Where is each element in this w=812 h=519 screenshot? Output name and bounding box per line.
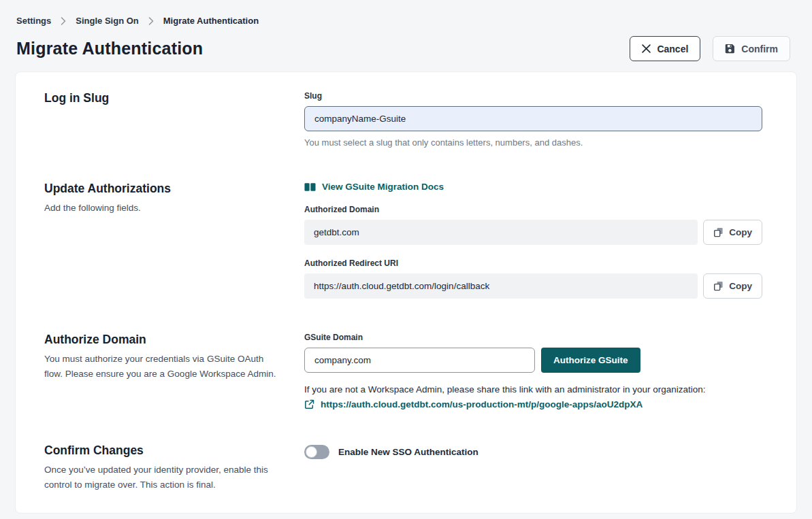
enable-sso-toggle[interactable]	[304, 445, 329, 459]
login-slug-heading: Log in Slug	[44, 91, 284, 105]
confirm-changes-heading: Confirm Changes	[44, 443, 284, 458]
chevron-right-icon	[61, 17, 66, 25]
cancel-button-label: Cancel	[657, 44, 688, 54]
gsuite-migration-docs-link-label: View GSuite Migration Docs	[322, 182, 444, 192]
confirm-button-label: Confirm	[741, 44, 778, 54]
chevron-right-icon	[148, 17, 154, 25]
confirm-button[interactable]: Confirm	[713, 36, 790, 61]
slug-label: Slug	[304, 91, 762, 101]
admin-share-link[interactable]: https://auth.cloud.getdbt.com/us-product…	[321, 399, 643, 409]
workspace-admin-note: If you are not a Workspace Admin, please…	[304, 384, 762, 395]
update-authorizations-description: Add the following fields.	[44, 201, 284, 216]
copy-icon	[713, 227, 724, 237]
breadcrumb-migrate-authentication: Migrate Authentication	[163, 16, 259, 26]
section-confirm-changes: Confirm Changes Once you’ve updated your…	[44, 443, 762, 492]
section-update-authorizations: Update Authorizations Add the following …	[44, 182, 762, 299]
save-icon	[725, 44, 735, 54]
slug-helper-text: You must select a slug that only contain…	[304, 137, 762, 148]
authorize-gsuite-button[interactable]: Authorize GSuite	[541, 348, 640, 373]
page-title: Migrate Authentication	[16, 39, 203, 58]
section-authorize-domain: Authorize Domain You must authorize your…	[44, 333, 762, 409]
gsuite-domain-label: GSuite Domain	[304, 333, 762, 342]
authorized-domain-value: getdbt.com	[304, 220, 698, 245]
copy-button-label: Copy	[729, 227, 752, 237]
copy-redirect-uri-button[interactable]: Copy	[703, 273, 762, 299]
section-login-slug: Log in Slug Slug You must select a slug …	[44, 91, 762, 148]
authorized-domain-label: Authorized Domain	[304, 205, 762, 214]
authorize-domain-description: You must authorize your credentials via …	[44, 352, 284, 382]
authorize-domain-heading: Authorize Domain	[44, 333, 284, 347]
title-row: Migrate Authentication Cancel Confirm	[16, 36, 796, 61]
enable-sso-toggle-label: Enable New SSO Authentication	[338, 447, 478, 457]
external-link-icon	[304, 399, 314, 409]
gsuite-domain-input[interactable]	[304, 348, 535, 373]
copy-authorized-domain-button[interactable]: Copy	[703, 220, 762, 245]
close-icon	[642, 44, 651, 53]
toggle-knob	[306, 446, 317, 458]
copy-button-label: Copy	[729, 281, 752, 291]
header-actions: Cancel Confirm	[630, 36, 796, 61]
slug-input[interactable]	[304, 106, 762, 131]
copy-icon	[713, 281, 724, 291]
page-header: Settings Single Sign On Migrate Authenti…	[0, 0, 812, 61]
confirm-changes-description: Once you’ve updated your identity provid…	[44, 463, 284, 492]
gsuite-migration-docs-link[interactable]: View GSuite Migration Docs	[304, 182, 444, 192]
breadcrumb-settings[interactable]: Settings	[16, 16, 51, 26]
breadcrumb: Settings Single Sign On Migrate Authenti…	[16, 16, 796, 26]
cancel-button[interactable]: Cancel	[630, 36, 700, 61]
book-icon	[304, 182, 316, 192]
authorized-redirect-uri-label: Authorized Redirect URI	[304, 258, 762, 268]
settings-card: Log in Slug Slug You must select a slug …	[15, 71, 797, 514]
breadcrumb-single-sign-on[interactable]: Single Sign On	[76, 16, 138, 26]
update-authorizations-heading: Update Authorizations	[44, 182, 284, 196]
authorized-redirect-uri-value: https://auth.cloud.getdbt.com/login/call…	[304, 273, 698, 299]
